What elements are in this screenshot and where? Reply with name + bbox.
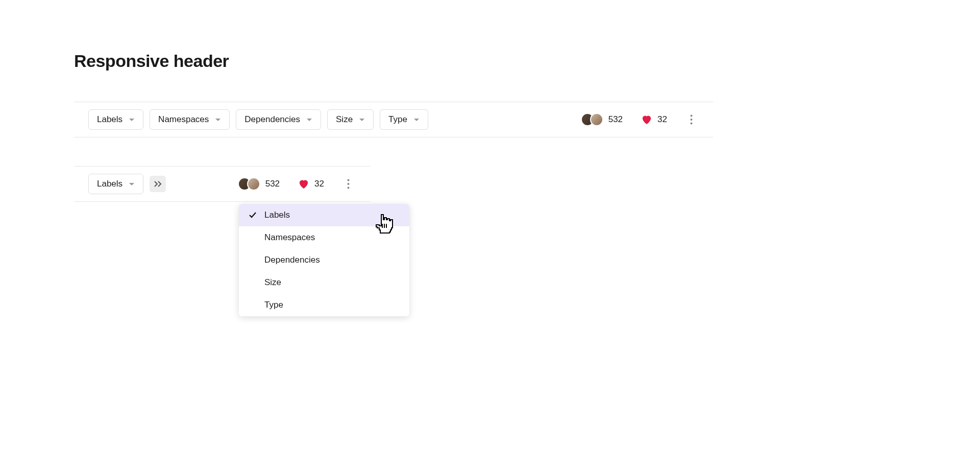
toolbar-wide: Labels Namespaces Dependencies Size Type [74, 102, 713, 137]
likes-count: 32 [314, 179, 324, 189]
dropdown-item-dependencies[interactable]: Dependencies [239, 249, 409, 271]
dropdown-item-namespaces[interactable]: Namespaces [239, 226, 409, 249]
filter-label: Type [388, 114, 407, 125]
chevrons-right-icon [154, 180, 162, 188]
dropdown-item-label: Labels [264, 210, 290, 220]
dropdown-item-size[interactable]: Size [239, 271, 409, 294]
heart-icon [298, 179, 309, 189]
kebab-icon [347, 179, 350, 189]
avatar [590, 113, 603, 126]
svg-point-5 [347, 187, 349, 189]
kebab-icon [690, 114, 693, 125]
filter-labels[interactable]: Labels [88, 109, 143, 130]
filter-label: Namespaces [158, 114, 209, 125]
filter-type[interactable]: Type [380, 109, 428, 130]
caret-down-icon [215, 114, 221, 125]
more-button[interactable] [683, 112, 699, 127]
dropdown-item-label: Namespaces [264, 232, 315, 243]
heart-icon [641, 114, 652, 125]
filter-label: Dependencies [244, 114, 300, 125]
dropdown-item-label: Type [264, 300, 283, 310]
overflow-dropdown: Labels Namespaces Dependencies Size Type [239, 204, 409, 316]
filter-label: Size [336, 114, 353, 125]
caret-down-icon [129, 179, 135, 189]
dropdown-item-type[interactable]: Type [239, 294, 409, 316]
caret-down-icon [129, 114, 135, 125]
filter-label: Labels [97, 179, 122, 189]
toolbar-narrow: Labels 532 32 [74, 166, 370, 202]
avatar-stack-icon [581, 113, 603, 126]
check-icon [248, 212, 257, 219]
svg-point-1 [690, 119, 692, 121]
svg-point-3 [347, 179, 349, 181]
likes-count: 32 [657, 114, 667, 125]
members-count: 532 [265, 179, 280, 189]
members-button[interactable]: 532 [581, 113, 623, 126]
dropdown-item-labels[interactable]: Labels [239, 204, 409, 226]
dropdown-item-label: Size [264, 277, 281, 288]
caret-down-icon [359, 114, 365, 125]
page-title: Responsive header [74, 51, 906, 71]
caret-down-icon [306, 114, 312, 125]
filter-namespaces[interactable]: Namespaces [150, 109, 230, 130]
filter-dependencies[interactable]: Dependencies [236, 109, 321, 130]
likes-button[interactable]: 32 [298, 179, 324, 189]
svg-point-2 [690, 123, 692, 125]
overflow-filters-button[interactable] [150, 176, 166, 192]
avatar [247, 177, 260, 191]
likes-button[interactable]: 32 [641, 114, 667, 125]
svg-point-0 [690, 115, 692, 117]
filter-size[interactable]: Size [327, 109, 374, 130]
members-button[interactable]: 532 [238, 177, 280, 191]
dropdown-item-label: Dependencies [264, 255, 320, 265]
caret-down-icon [413, 114, 420, 125]
avatar-stack-icon [238, 177, 260, 191]
filter-label: Labels [97, 114, 122, 125]
more-button[interactable] [340, 176, 356, 192]
svg-point-4 [347, 183, 349, 185]
filter-labels-narrow[interactable]: Labels [88, 174, 143, 194]
members-count: 532 [608, 114, 623, 125]
